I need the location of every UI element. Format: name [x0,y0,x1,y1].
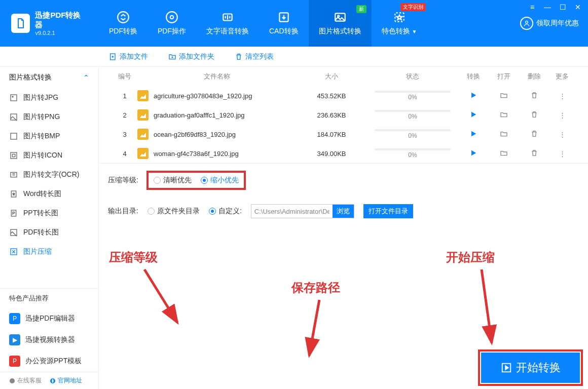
radio-original-dir[interactable]: 原文件夹目录 [148,207,200,216]
sidebar-item-icon[interactable]: 图片转ICON [0,146,98,165]
promo-video-converter[interactable]: ▶迅捷视频转换器 [0,329,98,351]
add-file-button[interactable]: 添加文件 [109,52,148,61]
image-file-icon [137,90,149,101]
svg-point-0 [118,12,129,23]
svg-line-22 [144,269,177,323]
sidebar-section-title: 特色产品推荐 [0,288,98,308]
more-button[interactable]: ⋮ [549,92,575,100]
new-badge: 新 [356,5,366,13]
sidebar-item-png[interactable]: 图片转PNG [0,107,98,127]
row-filename: graduation-gaf0afffc1_1920.jpg [137,109,296,121]
sidebar-item-ocr[interactable]: 图片转文字(OCR) [0,165,98,184]
nav-text-voice[interactable]: 文字语音转换 [196,0,259,47]
more-button[interactable]: ⋮ [549,131,575,138]
bottom-panel: 压缩等级: 清晰优先 缩小优先 输出目录: 原文件夹目录 自定义: 浏览 打开文… [99,163,588,227]
radio-custom-dir[interactable]: 自定义: [209,207,242,216]
row-status: 0% [367,110,458,120]
radio-clear-priority[interactable]: 清晰优先 [154,176,192,185]
claim-link[interactable]: 领取周年优惠 [520,17,579,30]
open-button[interactable] [489,91,519,101]
radio-small-priority[interactable]: 缩小优先 [201,176,239,185]
arrow-icon [471,264,502,351]
sidebar-item-pdf[interactable]: PDF转长图 [0,223,98,242]
convert-button[interactable] [458,149,489,159]
sidebar-item-bmp[interactable]: 图片转BMP [0,127,98,146]
row-filename: agriculture-g30780483e_1920.jpg [137,90,296,101]
open-button[interactable] [489,149,519,159]
close-button[interactable]: ✕ [574,3,582,11]
more-button[interactable]: ⋮ [549,150,575,158]
header: 迅捷PDF转换器 v9.0.2.1 PDF转换 PDF操作 文字语音转换 CAD… [0,0,588,47]
promo-icon: P [9,356,20,367]
nav-pdf-convert[interactable]: PDF转换 [99,0,148,47]
add-folder-button[interactable]: 添加文件夹 [168,52,214,61]
start-convert-button[interactable]: 开始转换 [481,353,580,383]
row-size: 349.00KB [296,150,367,158]
convert-button[interactable] [458,110,489,120]
sidebar-item-ppt[interactable]: PPT转长图 [0,204,98,223]
svg-point-21 [10,378,15,383]
maximize-button[interactable]: ☐ [559,3,567,11]
convert-button[interactable] [458,130,489,139]
svg-point-11 [12,96,13,97]
row-filename: ocean-g2bf69df83_1920.jpg [137,129,296,140]
nav-cad[interactable]: CAD转换 [259,0,309,47]
online-service-link[interactable]: 在线客服 [9,376,42,385]
ppt-icon [9,209,18,218]
open-dir-button[interactable]: 打开文件目录 [363,204,413,218]
user-icon [520,17,533,30]
table-row: 1 agriculture-g30780483e_1920.jpg 453.52… [99,86,588,105]
nav-pdf-ops[interactable]: PDF操作 [148,0,196,47]
image-file-icon [137,148,149,159]
compress-icon [9,247,18,256]
path-input[interactable] [251,206,333,217]
official-site-link[interactable]: 官网地址 [50,376,82,385]
promo-pdf-editor[interactable]: P迅捷PDF编辑器 [0,308,98,329]
app-logo-icon [11,14,30,33]
table-row: 4 woman-gf4c738a6f_1920.jpg 349.00KB 0% … [99,144,588,163]
png-icon [9,112,18,122]
gear-icon [165,11,178,24]
annotation-level: 压缩等级 [109,249,158,265]
more-button[interactable]: ⋮ [549,111,575,119]
sidebar-item-word[interactable]: Word转长图 [0,184,98,204]
delete-button[interactable] [519,149,549,159]
promo-ppt-template[interactable]: P办公资源PPT模板 [0,351,98,372]
arrow-icon [139,264,190,330]
table-row: 3 ocean-g2bf69df83_1920.jpg 184.07KB 0% … [99,125,588,144]
delete-button[interactable] [519,91,549,101]
convert-button[interactable] [458,91,489,101]
nav-special[interactable]: 文字识别 特色转换▼ [372,0,427,47]
open-button[interactable] [489,130,519,139]
minimize-button[interactable]: — [543,3,552,11]
delete-button[interactable] [519,110,549,120]
delete-button[interactable] [519,130,549,139]
app-version: v9.0.2.1 [35,30,88,36]
sidebar-item-compress[interactable]: 图片压缩 [0,242,98,261]
annotation-path: 保存路径 [291,280,340,296]
pdf-icon [9,228,18,237]
clear-list-button[interactable]: 清空列表 [235,52,274,61]
nav-image-format[interactable]: 新 图片格式转换 [309,0,372,47]
open-button[interactable] [489,110,519,120]
row-index: 4 [112,150,137,158]
icon-icon [9,151,18,160]
chevron-down-icon: ▼ [412,29,417,34]
sidebar-item-jpg[interactable]: 图片转JPG [0,88,98,107]
svg-rect-10 [11,95,17,101]
bmp-icon [9,132,18,141]
level-label: 压缩等级: [108,176,138,185]
row-status: 0% [367,129,458,139]
row-index: 1 [112,92,137,100]
sidebar-group-header[interactable]: 图片格式转换 ⌃ [0,67,98,88]
browse-button[interactable]: 浏览 [333,205,354,218]
ocr-badge: 文字识别 [400,3,426,11]
app-title: 迅捷PDF转换器 [35,11,88,30]
output-label: 输出目录: [108,207,138,216]
jpg-icon [9,93,18,102]
svg-rect-14 [11,152,17,159]
svg-line-23 [309,300,319,356]
menu-icon[interactable]: ≡ [528,3,536,11]
row-size: 453.52KB [296,92,367,100]
main: 图片格式转换 ⌃ 图片转JPG 图片转PNG 图片转BMP 图片转ICON 图片… [0,67,588,389]
